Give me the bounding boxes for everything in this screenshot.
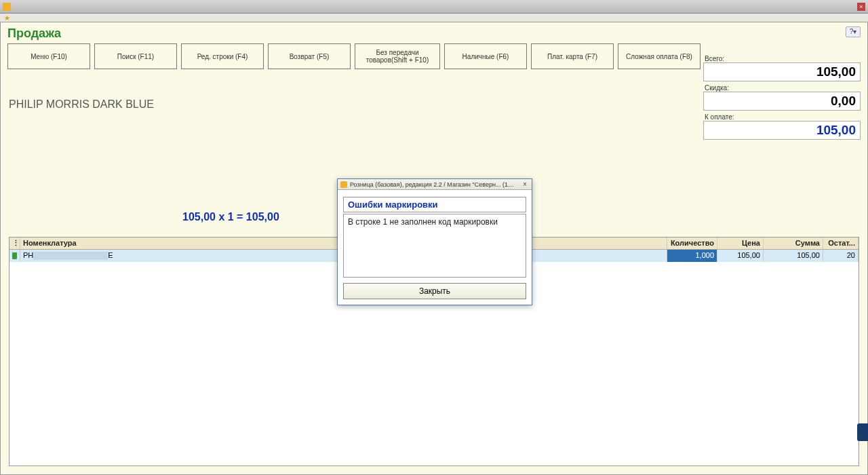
current-product-name: PHILIP MORRIS DARK BLUE (9, 98, 154, 111)
col-price-header[interactable]: Цена (717, 238, 764, 249)
row-name-suffix: E (108, 251, 113, 259)
col-rest-header[interactable]: Остат... (823, 238, 859, 249)
window-close-button[interactable]: × (857, 3, 865, 11)
no-transfer-button[interactable]: Без передачи товаров(Shift + F10) (355, 43, 440, 69)
page-title: Продажа (7, 26, 61, 41)
discount-value: 0,00 (703, 92, 861, 111)
dialog-window-title: Розница (базовая), редакция 2.2 / Магази… (350, 181, 518, 188)
app-frame: × ★ Продажа ?▾ Меню (F10) Поиск (F11) Ре… (0, 0, 868, 475)
window-titlebar: × (0, 0, 868, 14)
help-button[interactable]: ?▾ (846, 26, 861, 37)
content-area: Продажа ?▾ Меню (F10) Поиск (F11) Ред. с… (0, 22, 868, 475)
col-qty-header[interactable]: Количество (667, 238, 717, 249)
dialog-app-icon (340, 181, 347, 188)
menu-button[interactable]: Меню (F10) (7, 43, 90, 69)
totals-panel: Всего: 105,00 Скидка: 0,00 К оплате: 105… (703, 55, 861, 140)
complex-pay-button[interactable]: Сложная оплата (F8) (618, 43, 701, 69)
row-qty-cell[interactable]: 1,000 (667, 250, 717, 262)
return-button[interactable]: Возврат (F5) (268, 43, 351, 69)
dialog-close-button[interactable]: Закрыть (343, 283, 526, 299)
total-label: Всего: (703, 55, 861, 62)
dialog-message: В строке 1 не заполнен код маркировки (343, 214, 526, 278)
row-name-prefix: PH (23, 251, 33, 259)
dropdown-chevron-icon: ▾ (853, 28, 856, 35)
error-dialog: Розница (базовая), редакция 2.2 / Магази… (337, 178, 532, 305)
calculation-line: 105,00 x 1 = 105,00 (182, 211, 279, 223)
total-block: Всего: 105,00 (703, 55, 861, 81)
dialog-body: Ошибки маркировки В строке 1 не заполнен… (338, 190, 532, 305)
due-value: 105,00 (703, 121, 861, 140)
tab-bar: ★ (0, 14, 868, 22)
col-sum-header[interactable]: Сумма (764, 238, 823, 249)
row-status-icon (12, 252, 17, 259)
header-row: Продажа ?▾ (1, 22, 867, 41)
cash-button[interactable]: Наличные (F6) (444, 43, 527, 69)
grid-handle-header: ⋮⋮ (9, 238, 20, 249)
row-sum-cell: 105,00 (764, 250, 823, 262)
side-tab-handle[interactable] (857, 423, 868, 441)
card-button[interactable]: Плат. карта (F7) (531, 43, 614, 69)
search-button[interactable]: Поиск (F11) (94, 43, 177, 69)
dialog-heading: Ошибки маркировки (343, 197, 526, 212)
redacted-segment (33, 252, 108, 260)
app-icon (3, 3, 11, 11)
total-value: 105,00 (703, 62, 861, 81)
due-label: К оплате: (703, 113, 861, 121)
titlebar-left (3, 3, 11, 11)
dialog-titlebar[interactable]: Розница (базовая), редакция 2.2 / Магази… (338, 179, 532, 190)
discount-block: Скидка: 0,00 (703, 84, 861, 111)
due-block: К оплате: 105,00 (703, 113, 861, 140)
row-price-cell: 105,00 (717, 250, 764, 262)
row-status-cell (9, 250, 20, 262)
edit-row-button[interactable]: Ред. строки (F4) (181, 43, 264, 69)
row-rest-cell: 20 (823, 250, 859, 262)
favorite-star-icon[interactable]: ★ (4, 14, 10, 22)
discount-label: Скидка: (703, 84, 861, 92)
dialog-close-icon[interactable]: × (521, 180, 529, 189)
